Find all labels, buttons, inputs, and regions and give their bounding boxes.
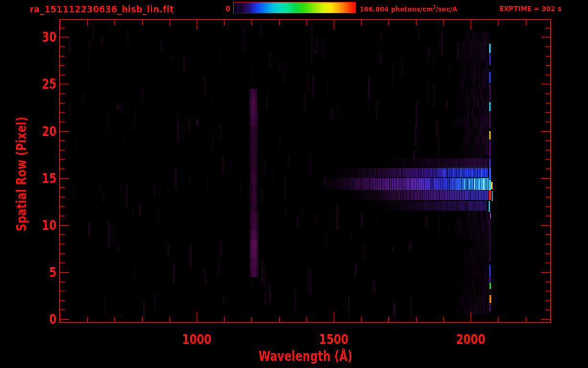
colorbar-max-value: 166.804 photons/cm [360,5,433,13]
colorbar-min-label: 0 [219,4,230,13]
colorbar-max-label: 166.804 photons/cm2/sec/A [360,5,457,13]
y-tick-label: 20 [34,123,57,139]
y-tick-label: 0 [34,311,57,327]
colorbar-gradient [234,2,355,13]
x-tick-label: 1000 [182,332,212,347]
filename-title: ra_151112230636_hisb_lin.fit [30,3,174,15]
exptime-label: EXPTIME = 302 s [499,5,561,12]
x-tick-label: 2000 [456,332,486,347]
y-tick-label: 25 [34,76,57,92]
colorbar [233,2,356,13]
spectral-heatmap-canvas [0,0,588,368]
y-tick-label: 30 [34,29,57,45]
colorbar-max-units: /sec/A [436,5,457,13]
y-tick-label: 5 [34,264,57,280]
spectral-image-display: ra_151112230636_hisb_lin.fit 0 166.804 p… [0,0,588,368]
y-tick-label: 15 [34,170,57,186]
y-axis-title: Spatial Row (Pixel) [14,116,30,231]
x-axis-title: Wavelength (Å) [259,348,352,364]
y-tick-label: 10 [34,217,57,233]
x-tick-label: 1500 [319,332,349,347]
